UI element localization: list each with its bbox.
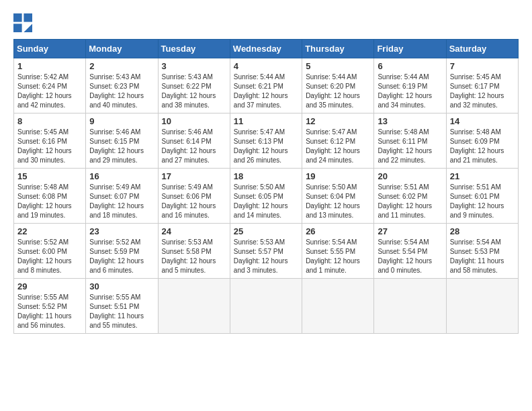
day-cell: 10Sunrise: 5:46 AMSunset: 6:14 PMDayligh… (158, 113, 230, 169)
day-cell: 26Sunrise: 5:54 AMSunset: 5:55 PMDayligh… (302, 224, 374, 279)
day-cell: 1Sunrise: 5:42 AMSunset: 6:24 PMDaylight… (14, 58, 86, 113)
day-details: Sunrise: 5:48 AMSunset: 6:09 PMDaylight:… (450, 128, 504, 164)
day-cell (374, 279, 446, 334)
day-details: Sunrise: 5:48 AMSunset: 6:11 PMDaylight:… (378, 128, 432, 164)
svg-marker-3 (24, 24, 32, 32)
day-details: Sunrise: 5:51 AMSunset: 6:02 PMDaylight:… (378, 183, 432, 219)
day-cell (230, 279, 302, 334)
day-cell: 28Sunrise: 5:54 AMSunset: 5:53 PMDayligh… (446, 224, 518, 279)
day-details: Sunrise: 5:55 AMSunset: 5:51 PMDaylight:… (89, 293, 144, 329)
day-details: Sunrise: 5:45 AMSunset: 6:17 PMDaylight:… (450, 73, 504, 109)
logo (13, 13, 35, 32)
day-cell: 4Sunrise: 5:44 AMSunset: 6:21 PMDaylight… (230, 58, 302, 113)
logo-icon (13, 13, 32, 32)
day-cell: 30Sunrise: 5:55 AMSunset: 5:51 PMDayligh… (86, 279, 158, 334)
day-number: 5 (306, 61, 370, 71)
day-cell: 7Sunrise: 5:45 AMSunset: 6:17 PMDaylight… (446, 58, 518, 113)
day-number: 25 (234, 226, 298, 236)
day-cell: 25Sunrise: 5:53 AMSunset: 5:57 PMDayligh… (230, 224, 302, 279)
day-details: Sunrise: 5:55 AMSunset: 5:52 PMDaylight:… (17, 293, 72, 329)
day-number: 6 (378, 61, 442, 71)
day-details: Sunrise: 5:42 AMSunset: 6:24 PMDaylight:… (17, 73, 72, 109)
day-details: Sunrise: 5:53 AMSunset: 5:58 PMDaylight:… (162, 238, 216, 274)
day-cell: 16Sunrise: 5:49 AMSunset: 6:07 PMDayligh… (86, 169, 158, 224)
day-cell: 18Sunrise: 5:50 AMSunset: 6:05 PMDayligh… (230, 169, 302, 224)
day-cell: 8Sunrise: 5:45 AMSunset: 6:16 PMDaylight… (14, 113, 86, 169)
svg-rect-2 (13, 24, 22, 32)
day-details: Sunrise: 5:49 AMSunset: 6:07 PMDaylight:… (89, 183, 144, 219)
day-cell: 19Sunrise: 5:50 AMSunset: 6:04 PMDayligh… (302, 169, 374, 224)
day-number: 23 (89, 226, 154, 236)
day-cell: 14Sunrise: 5:48 AMSunset: 6:09 PMDayligh… (446, 113, 518, 169)
day-cell: 13Sunrise: 5:48 AMSunset: 6:11 PMDayligh… (374, 113, 446, 169)
day-details: Sunrise: 5:47 AMSunset: 6:12 PMDaylight:… (306, 128, 360, 164)
day-number: 14 (450, 116, 515, 126)
day-number: 11 (234, 116, 298, 126)
day-details: Sunrise: 5:44 AMSunset: 6:19 PMDaylight:… (378, 73, 432, 109)
day-details: Sunrise: 5:53 AMSunset: 5:57 PMDaylight:… (234, 238, 288, 274)
col-header-friday: Friday (374, 40, 446, 58)
svg-rect-0 (13, 13, 22, 22)
col-header-thursday: Thursday (302, 40, 374, 58)
day-cell: 17Sunrise: 5:49 AMSunset: 6:06 PMDayligh… (158, 169, 230, 224)
day-cell: 21Sunrise: 5:51 AMSunset: 6:01 PMDayligh… (446, 169, 518, 224)
day-number: 24 (162, 226, 226, 236)
day-details: Sunrise: 5:50 AMSunset: 6:04 PMDaylight:… (306, 183, 360, 219)
day-number: 7 (450, 61, 515, 71)
day-number: 26 (306, 226, 370, 236)
day-cell: 6Sunrise: 5:44 AMSunset: 6:19 PMDaylight… (374, 58, 446, 113)
day-number: 1 (17, 61, 82, 71)
day-cell: 15Sunrise: 5:48 AMSunset: 6:08 PMDayligh… (14, 169, 86, 224)
day-number: 2 (89, 61, 154, 71)
day-number: 10 (162, 116, 226, 126)
col-header-monday: Monday (86, 40, 158, 58)
day-number: 16 (89, 171, 154, 181)
day-number: 17 (162, 171, 226, 181)
day-details: Sunrise: 5:48 AMSunset: 6:08 PMDaylight:… (17, 183, 72, 219)
day-details: Sunrise: 5:44 AMSunset: 6:21 PMDaylight:… (234, 73, 288, 109)
day-number: 21 (450, 171, 515, 181)
day-cell: 20Sunrise: 5:51 AMSunset: 6:02 PMDayligh… (374, 169, 446, 224)
day-cell: 11Sunrise: 5:47 AMSunset: 6:13 PMDayligh… (230, 113, 302, 169)
day-number: 20 (378, 171, 442, 181)
day-cell: 24Sunrise: 5:53 AMSunset: 5:58 PMDayligh… (158, 224, 230, 279)
day-details: Sunrise: 5:52 AMSunset: 6:00 PMDaylight:… (17, 238, 72, 274)
day-number: 27 (378, 226, 442, 236)
day-details: Sunrise: 5:44 AMSunset: 6:20 PMDaylight:… (306, 73, 360, 109)
day-details: Sunrise: 5:46 AMSunset: 6:14 PMDaylight:… (162, 128, 216, 164)
day-number: 28 (450, 226, 515, 236)
week-row-3: 15Sunrise: 5:48 AMSunset: 6:08 PMDayligh… (14, 169, 519, 224)
day-cell: 29Sunrise: 5:55 AMSunset: 5:52 PMDayligh… (14, 279, 86, 334)
week-row-2: 8Sunrise: 5:45 AMSunset: 6:16 PMDaylight… (14, 113, 519, 169)
col-header-sunday: Sunday (14, 40, 86, 58)
svg-rect-1 (24, 13, 32, 22)
day-number: 8 (17, 116, 82, 126)
day-details: Sunrise: 5:43 AMSunset: 6:23 PMDaylight:… (89, 73, 144, 109)
day-details: Sunrise: 5:52 AMSunset: 5:59 PMDaylight:… (89, 238, 144, 274)
calendar-table: SundayMondayTuesdayWednesdayThursdayFrid… (13, 39, 519, 334)
day-number: 22 (17, 226, 82, 236)
day-cell: 12Sunrise: 5:47 AMSunset: 6:12 PMDayligh… (302, 113, 374, 169)
week-row-1: 1Sunrise: 5:42 AMSunset: 6:24 PMDaylight… (14, 58, 519, 113)
day-cell (158, 279, 230, 334)
day-cell (446, 279, 518, 334)
day-cell: 3Sunrise: 5:43 AMSunset: 6:22 PMDaylight… (158, 58, 230, 113)
day-details: Sunrise: 5:50 AMSunset: 6:05 PMDaylight:… (234, 183, 288, 219)
col-header-tuesday: Tuesday (158, 40, 230, 58)
day-details: Sunrise: 5:51 AMSunset: 6:01 PMDaylight:… (450, 183, 504, 219)
day-cell: 23Sunrise: 5:52 AMSunset: 5:59 PMDayligh… (86, 224, 158, 279)
col-header-wednesday: Wednesday (230, 40, 302, 58)
day-details: Sunrise: 5:54 AMSunset: 5:55 PMDaylight:… (306, 238, 360, 274)
day-details: Sunrise: 5:47 AMSunset: 6:13 PMDaylight:… (234, 128, 288, 164)
day-details: Sunrise: 5:45 AMSunset: 6:16 PMDaylight:… (17, 128, 72, 164)
day-details: Sunrise: 5:43 AMSunset: 6:22 PMDaylight:… (162, 73, 216, 109)
day-details: Sunrise: 5:46 AMSunset: 6:15 PMDaylight:… (89, 128, 144, 164)
day-details: Sunrise: 5:54 AMSunset: 5:54 PMDaylight:… (378, 238, 432, 274)
header-row: SundayMondayTuesdayWednesdayThursdayFrid… (14, 40, 519, 58)
day-number: 3 (162, 61, 226, 71)
day-number: 13 (378, 116, 442, 126)
day-number: 29 (17, 281, 82, 291)
day-cell (302, 279, 374, 334)
col-header-saturday: Saturday (446, 40, 518, 58)
day-number: 4 (234, 61, 298, 71)
